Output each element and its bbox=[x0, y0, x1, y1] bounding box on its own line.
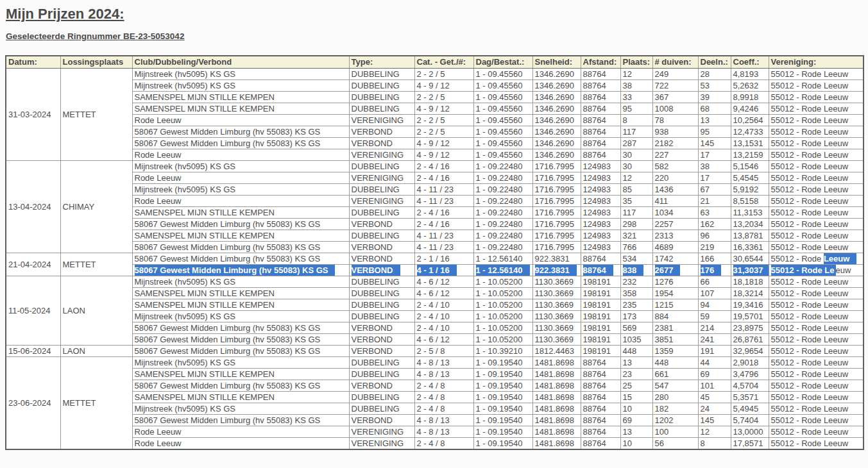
table-row: SAMENSPEL MIJN STILLE KEMPENDUBBELING4 -… bbox=[6, 103, 864, 114]
column-header-duiven: # duiven: bbox=[652, 56, 698, 68]
cell-dag: 1 - 09.22480 bbox=[473, 206, 532, 218]
cell-vereniging: 55012 - Rode Leeuw bbox=[769, 437, 864, 449]
cell-dag: 1 - 09.45560 bbox=[473, 79, 532, 91]
cell-plaats: 85 bbox=[620, 183, 652, 195]
cell-coeff: 19,3416 bbox=[731, 299, 769, 310]
cell-coeff: 4,5704 bbox=[731, 380, 769, 391]
cell-duiven: 2182 bbox=[652, 137, 698, 149]
cell-club: 58067 Gewest Midden Limburg (hv 55083) K… bbox=[132, 333, 349, 345]
cell-vereniging: 55012 - Rode Leeuw bbox=[769, 114, 864, 126]
cell-club: Mijnstreek (hv5095) KS GS bbox=[132, 356, 349, 368]
cell-vereniging: 55012 - Rode Leeuw bbox=[769, 333, 864, 345]
cell-vereniging: 55012 - Rode Leeuw bbox=[769, 253, 864, 264]
table-row: 58067 Gewest Midden Limburg (hv 55083) K… bbox=[6, 218, 864, 230]
cell-datum: 13-04-2024 bbox=[6, 160, 60, 253]
cell-type: VERBOND bbox=[349, 253, 414, 264]
cell-afstand: 198191 bbox=[581, 310, 620, 322]
cell-afstand: 198191 bbox=[581, 287, 620, 299]
cell-duiven: 367 bbox=[652, 91, 698, 103]
selected-ring-label: Geselecteerde Ringnummer BE-23-5053042 bbox=[6, 31, 863, 42]
cell-club: 58067 Gewest Midden Limburg (hv 55083) K… bbox=[132, 126, 349, 137]
cell-vereniging: 55012 - Rode Leeuw bbox=[769, 264, 864, 276]
cell-club: 58067 Gewest Midden Limburg (hv 55083) K… bbox=[132, 380, 349, 391]
cell-afstand: 198191 bbox=[581, 345, 620, 356]
cell-deeln: 96 bbox=[698, 230, 731, 241]
selected-text: 31,3037 bbox=[733, 265, 769, 276]
cell-afstand: 88764 bbox=[581, 126, 620, 137]
cell-duiven: 2257 bbox=[652, 218, 698, 230]
cell-type: VERBOND bbox=[349, 380, 414, 391]
table-row: SAMENSPEL MIJN STILLE KEMPENDUBBELING4 -… bbox=[6, 230, 864, 241]
cell-coeff: 18,3214 bbox=[731, 287, 769, 299]
cell-cat: 2 - 4 / 10 bbox=[414, 299, 473, 310]
cell-deeln: 145 bbox=[698, 137, 731, 149]
cell-type: DUBBELING bbox=[349, 287, 414, 299]
cell-plaats: 12 bbox=[620, 172, 652, 183]
cell-coeff: 23,8975 bbox=[731, 322, 769, 333]
table-row: Mijnstreek (hv5095) KS GSDUBBELING2 - 4 … bbox=[6, 403, 864, 414]
cell-club: Mijnstreek (hv5095) KS GS bbox=[132, 160, 349, 172]
cell-snelheid: 1130.3669 bbox=[532, 322, 581, 333]
cell-coeff: 16,3361 bbox=[731, 241, 769, 253]
column-header-datum: Datum: bbox=[6, 56, 60, 68]
cell-type: DUBBELING bbox=[349, 356, 414, 368]
cell-type: VERBOND bbox=[349, 333, 414, 345]
table-row: Mijnstreek (hv5095) KS GSDUBBELING2 - 4 … bbox=[6, 310, 864, 322]
cell-club: Rode Leeuw bbox=[132, 195, 349, 206]
cell-dag: 1 - 09.45560 bbox=[473, 91, 532, 103]
cell-type: DUBBELING bbox=[349, 276, 414, 287]
cell-club: 58067 Gewest Midden Limburg (hv 55083) K… bbox=[132, 414, 349, 426]
cell-type: DUBBELING bbox=[349, 403, 414, 414]
table-row: Rode LeeuwVERENIGING2 - 4 / 161 - 09.224… bbox=[6, 172, 864, 183]
cell-plaats: 8 bbox=[620, 114, 652, 126]
cell-afstand: 198191 bbox=[581, 299, 620, 310]
cell-cat: 4 - 9 / 12 bbox=[414, 79, 473, 91]
cell-snelheid: 1716.7995 bbox=[532, 230, 581, 241]
cell-vereniging: 55012 - Rode Leeuw bbox=[769, 195, 864, 206]
cell-plaats: 13 bbox=[620, 426, 652, 437]
cell-deeln: 13 bbox=[698, 114, 731, 126]
cell-vereniging: 55012 - Rode Leeuw bbox=[769, 68, 864, 79]
cell-type: VERENIGING bbox=[349, 114, 414, 126]
cell-plaats: 117 bbox=[620, 126, 652, 137]
cell-coeff: 2,9018 bbox=[731, 356, 769, 368]
cell-vereniging: 55012 - Rode Leeuw bbox=[769, 322, 864, 333]
table-row: 31-03-2024METTETMijnstreek (hv5095) KS G… bbox=[6, 68, 864, 79]
cell-vereniging: 55012 - Rode Leeuw bbox=[769, 149, 864, 160]
cell-dag: 1 - 09.19540 bbox=[473, 403, 532, 414]
cell-plaats: 117 bbox=[620, 206, 652, 218]
cell-snelheid: 1481.8698 bbox=[532, 356, 581, 368]
cell-duiven: 2313 bbox=[652, 230, 698, 241]
cell-lossingsplaats: METTET bbox=[60, 68, 132, 160]
cell-cat: 2 - 2 / 5 bbox=[414, 68, 473, 79]
cell-type: DUBBELING bbox=[349, 391, 414, 403]
table-row: SAMENSPEL MIJN STILLE KEMPENDUBBELING2 -… bbox=[6, 91, 864, 103]
cell-snelheid: 922.3831 bbox=[532, 253, 581, 264]
cell-snelheid: 1716.7995 bbox=[532, 183, 581, 195]
table-row: SAMENSPEL MIJN STILLE KEMPENDUBBELING2 -… bbox=[6, 299, 864, 310]
cell-duiven: 1008 bbox=[652, 103, 698, 114]
cell-snelheid: 1346.2690 bbox=[532, 103, 581, 114]
cell-cat: 2 - 4 / 10 bbox=[414, 322, 473, 333]
table-row: 58067 Gewest Midden Limburg (hv 55083) K… bbox=[6, 137, 864, 149]
cell-vereniging: 55012 - Rode Leeuw bbox=[769, 380, 864, 391]
cell-dag: 1 - 10.05200 bbox=[473, 322, 532, 333]
cell-dag: 1 - 09.22480 bbox=[473, 195, 532, 206]
column-header-dag: Dag/Bestat.: bbox=[473, 56, 532, 68]
cell-deeln: 8 bbox=[698, 437, 731, 449]
table-row: Rode LeeuwVERENIGING4 - 9 / 121 - 09.455… bbox=[6, 149, 864, 160]
cell-snelheid: 1716.7995 bbox=[532, 241, 581, 253]
cell-cat: 2 - 4 / 16 bbox=[414, 172, 473, 183]
cell-type: DUBBELING bbox=[349, 68, 414, 79]
column-header-plaats: Plaats: bbox=[620, 56, 652, 68]
cell-duiven: 661 bbox=[652, 368, 698, 380]
table-row: Mijnstreek (hv5095) KS GSDUBBELING4 - 11… bbox=[6, 183, 864, 195]
cell-afstand: 124983 bbox=[581, 241, 620, 253]
cell-vereniging: 55012 - Rode Leeuw bbox=[769, 299, 864, 310]
cell-coeff: 5,4545 bbox=[731, 172, 769, 183]
cell-type: VERENIGING bbox=[349, 172, 414, 183]
cell-club: Mijnstreek (hv5095) KS GS bbox=[132, 79, 349, 91]
cell-plaats: 33 bbox=[620, 91, 652, 103]
cell-snelheid: 1481.8698 bbox=[532, 391, 581, 403]
cell-dag: 1 - 10.05200 bbox=[473, 287, 532, 299]
